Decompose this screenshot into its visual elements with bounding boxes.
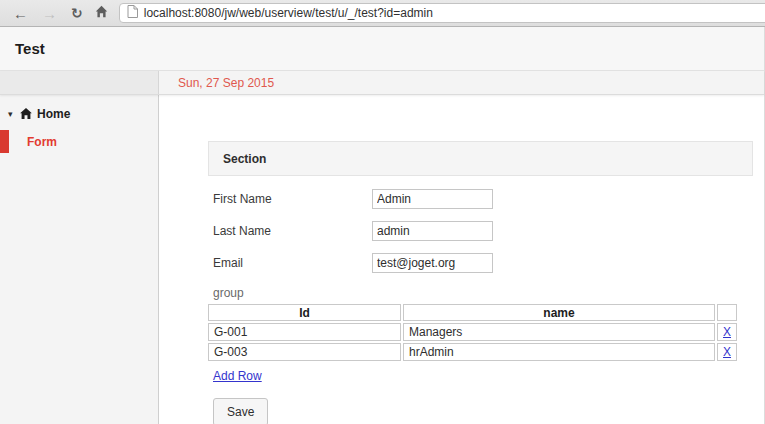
grid-cell-name: hrAdmin xyxy=(403,343,715,361)
chevron-down-icon[interactable]: ▾ xyxy=(8,109,20,119)
field-row-first-name: First Name xyxy=(213,189,764,209)
form-section-header: Section xyxy=(208,141,753,176)
breadcrumb-bar: Sun, 27 Sep 2015 xyxy=(0,71,764,95)
browser-home-icon[interactable] xyxy=(90,4,115,22)
email-field[interactable] xyxy=(372,253,493,273)
browser-toolbar: ← → ↻ localhost:8080/jw/web/userview/tes… xyxy=(0,0,765,27)
add-row-link[interactable]: Add Row xyxy=(213,369,262,383)
grid-column-name: name xyxy=(403,304,715,321)
home-icon xyxy=(20,105,32,123)
sidebar-item-home[interactable]: ▾ Home xyxy=(0,101,158,127)
field-row-last-name: Last Name xyxy=(213,221,764,241)
main-content: Section First Name Last Name Email group… xyxy=(159,95,764,424)
page-icon xyxy=(127,4,138,22)
sidebar: ▾ Home Form xyxy=(0,95,159,424)
breadcrumb-sidebar-spacer xyxy=(0,71,159,94)
first-name-label: First Name xyxy=(213,192,372,206)
grid-header-row: Id name xyxy=(208,304,737,321)
last-name-label: Last Name xyxy=(213,224,372,238)
sidebar-item-form[interactable]: Form xyxy=(0,130,158,153)
url-text[interactable]: localhost:8080/jw/web/userview/test/u/_/… xyxy=(144,6,433,20)
last-name-field[interactable] xyxy=(372,221,493,241)
grid-cell-name: Managers xyxy=(403,323,715,341)
delete-row-link[interactable]: X xyxy=(723,325,731,339)
grid-cell-id: G-001 xyxy=(208,323,401,341)
delete-row-link[interactable]: X xyxy=(723,345,731,359)
url-bar[interactable]: localhost:8080/jw/web/userview/test/u/_/… xyxy=(119,3,765,23)
sidebar-home-label[interactable]: Home xyxy=(37,107,70,121)
first-name-field[interactable] xyxy=(372,189,493,209)
group-grid: Id name G-001 Managers X G-003 hrAdmin X xyxy=(206,302,739,363)
app-header: Test xyxy=(0,27,764,71)
sidebar-form-label[interactable]: Form xyxy=(27,135,57,149)
refresh-icon[interactable]: ↻ xyxy=(64,6,90,20)
section-title: Section xyxy=(223,152,266,166)
active-indicator xyxy=(0,130,9,153)
grid-column-id: Id xyxy=(208,304,401,321)
grid-cell-id: G-003 xyxy=(208,343,401,361)
grid-column-delete xyxy=(717,304,737,321)
page-title: Test xyxy=(15,40,45,57)
field-row-email: Email xyxy=(213,253,764,273)
forward-icon[interactable]: → xyxy=(35,6,64,21)
grid-label: group xyxy=(213,286,764,300)
email-label: Email xyxy=(213,256,372,270)
grid-row: G-003 hrAdmin X xyxy=(208,343,737,361)
page: Test Sun, 27 Sep 2015 ▾ Home Form xyxy=(0,27,765,424)
save-button[interactable]: Save xyxy=(213,398,268,424)
breadcrumb: Sun, 27 Sep 2015 xyxy=(159,71,764,94)
date-label: Sun, 27 Sep 2015 xyxy=(178,76,274,90)
grid-row: G-001 Managers X xyxy=(208,323,737,341)
back-icon[interactable]: ← xyxy=(6,6,35,21)
